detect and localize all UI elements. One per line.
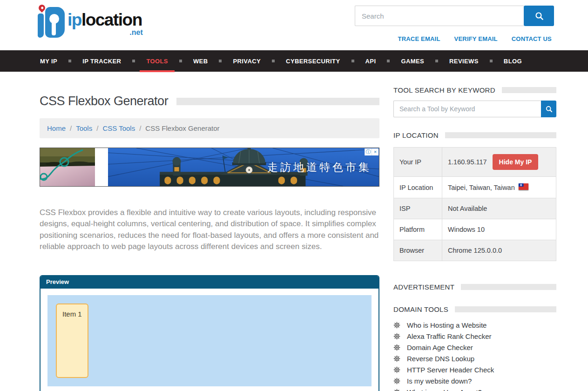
list-item: Domain Age Checker xyxy=(393,344,556,351)
breadcrumb-tools[interactable]: Tools xyxy=(76,124,92,132)
tool-link-alexa-rank[interactable]: Alexa Traffic Rank Checker xyxy=(407,332,491,340)
tool-link-domain-age[interactable]: Domain Age Checker xyxy=(407,344,473,351)
list-item: Is my website down? xyxy=(393,377,556,385)
nav-separator xyxy=(68,60,71,62)
gear-icon xyxy=(393,322,400,329)
tool-description: CSS Flexbox provides a flexible and intu… xyxy=(40,207,379,252)
gear-icon xyxy=(393,344,400,351)
ip-location-value: Taipei, Taiwan, Taiwan xyxy=(448,184,515,191)
breadcrumb-current: CSS Flexbox Generator xyxy=(145,124,219,132)
list-item: Reverse DNS Lookup xyxy=(393,355,556,363)
table-row: Your IP 1.160.95.117 Hide My IP xyxy=(394,148,556,177)
nav-separator xyxy=(387,60,390,62)
list-item: HTTP Server Header Check xyxy=(393,366,556,374)
ip-location-table: Your IP 1.160.95.117 Hide My IP IP Locat… xyxy=(393,147,556,261)
nav-item-my-ip[interactable]: MY IP xyxy=(40,50,57,72)
logo-text: iplocation.net xyxy=(68,11,142,28)
nav-item-blog[interactable]: BLOG xyxy=(504,50,522,72)
table-row: ISP Not Available xyxy=(394,198,556,219)
ad-controls: ⓘ × xyxy=(365,148,378,155)
tool-link-who-is-hosting[interactable]: Who is Hosting a Website xyxy=(407,321,487,329)
nav-separator xyxy=(272,60,275,62)
main-nav: MY IP IP TRACKER TOOLS WEB PRIVACY CYBER… xyxy=(0,50,588,72)
nav-item-tools[interactable]: TOOLS xyxy=(146,50,168,72)
preview-panel: Preview Item 1 xyxy=(40,275,379,391)
search-input[interactable] xyxy=(355,6,524,26)
list-item: Who is Hosting a Website xyxy=(393,321,556,329)
nav-separator xyxy=(351,60,354,62)
tool-link-website-down[interactable]: Is my website down? xyxy=(407,377,472,385)
breadcrumb-home[interactable]: Home xyxy=(47,124,66,132)
nav-separator xyxy=(179,60,182,62)
breadcrumb-css-tools[interactable]: CSS Tools xyxy=(102,124,135,132)
ad-info-icon[interactable]: ⓘ xyxy=(365,148,372,155)
site-logo[interactable]: iplocation.net xyxy=(35,4,142,43)
tool-search-heading: TOOL SEARCH BY KEYWORD xyxy=(393,86,556,94)
page-title: CSS Flexbox Generator xyxy=(40,94,168,108)
your-ip-value: 1.160.95.117 xyxy=(448,158,487,166)
site-search xyxy=(355,6,554,26)
breadcrumb: Home / Tools / CSS Tools / CSS Flexbox G… xyxy=(40,118,379,138)
tool-search-button[interactable] xyxy=(541,101,556,117)
nav-item-ip-tracker[interactable]: IP TRACKER xyxy=(82,50,121,72)
hide-my-ip-button[interactable]: Hide My IP xyxy=(493,154,539,170)
nav-item-reviews[interactable]: REVIEWS xyxy=(449,50,479,72)
table-row: IP Location Taipei, Taiwan, Taiwan xyxy=(394,177,556,198)
gear-icon xyxy=(393,389,400,391)
taiwan-flag-icon xyxy=(519,183,528,190)
ad-creative[interactable]: 走訪地道特色市集 ⓘ × xyxy=(108,148,379,186)
logo-tld: .net xyxy=(129,29,142,36)
ip-location-heading: IP LOCATION xyxy=(393,131,556,139)
title-decoration-bar xyxy=(176,98,379,105)
search-icon xyxy=(545,105,553,113)
nav-separator xyxy=(490,60,493,62)
search-button[interactable] xyxy=(524,6,554,26)
domain-tools-list: Who is Hosting a Website Alexa Traffic R… xyxy=(393,321,556,391)
preview-panel-body: Item 1 xyxy=(41,289,378,391)
heading-decoration-bar xyxy=(461,284,556,290)
search-icon xyxy=(534,11,544,20)
gear-icon xyxy=(393,333,400,340)
nav-item-privacy[interactable]: PRIVACY xyxy=(233,50,261,72)
verify-email-link[interactable]: VERIFY EMAIL xyxy=(454,35,498,42)
trace-email-link[interactable]: TRACE EMAIL xyxy=(398,35,440,42)
top-header: iplocation.net TRACE EMAIL VERIFY EMAIL … xyxy=(0,0,588,50)
heading-decoration-bar xyxy=(455,306,556,312)
sidebar: TOOL SEARCH BY KEYWORD IP LOCATION Your … xyxy=(393,72,556,391)
advertisement-heading: ADVERTISEMENT xyxy=(393,283,556,291)
heading-decoration-bar xyxy=(502,87,556,93)
utility-links: TRACE EMAIL VERIFY EMAIL CONTACT US xyxy=(398,35,552,42)
list-item: Alexa Traffic Rank Checker xyxy=(393,332,556,340)
gear-icon xyxy=(393,378,400,384)
table-row: Platform Windows 10 xyxy=(394,219,556,240)
nav-separator xyxy=(132,60,135,62)
content-area: CSS Flexbox Generator Home / Tools / CSS… xyxy=(0,72,588,391)
tool-link-user-agent[interactable]: What is my User Agent? xyxy=(407,388,482,391)
main-column: CSS Flexbox Generator Home / Tools / CSS… xyxy=(40,72,379,391)
heading-decoration-bar xyxy=(445,132,556,138)
tool-search-input[interactable] xyxy=(393,101,541,117)
nav-item-api[interactable]: API xyxy=(365,50,376,72)
gear-icon xyxy=(393,355,400,362)
ad-overlay-text: 走訪地道特色市集 xyxy=(267,160,372,175)
logo-ip-icon xyxy=(35,4,67,43)
tool-link-reverse-dns[interactable]: Reverse DNS Lookup xyxy=(407,355,474,363)
tool-link-http-header[interactable]: HTTP Server Header Check xyxy=(407,366,494,374)
ad-banner[interactable]: 走訪地道特色市集 ⓘ × xyxy=(40,148,379,187)
contact-us-link[interactable]: CONTACT US xyxy=(512,35,552,42)
nav-item-cybersecurity[interactable]: CYBERSECURITY xyxy=(286,50,340,72)
ad-left-image xyxy=(40,148,95,186)
nav-separator xyxy=(435,60,438,62)
domain-tools-heading: DOMAIN TOOLS xyxy=(393,305,556,313)
flex-preview-item[interactable]: Item 1 xyxy=(56,303,88,378)
gear-icon xyxy=(393,366,400,373)
nav-separator xyxy=(219,60,222,62)
list-item: What is my User Agent? xyxy=(393,388,556,391)
nav-item-web[interactable]: WEB xyxy=(193,50,208,72)
preview-panel-header: Preview xyxy=(41,276,378,289)
nav-item-games[interactable]: GAMES xyxy=(401,50,424,72)
table-row: Browser Chrome 125.0.0.0 xyxy=(394,240,556,261)
flex-preview-container: Item 1 xyxy=(47,295,372,386)
tool-search-box xyxy=(393,101,556,117)
ad-close-icon[interactable]: × xyxy=(372,148,378,155)
